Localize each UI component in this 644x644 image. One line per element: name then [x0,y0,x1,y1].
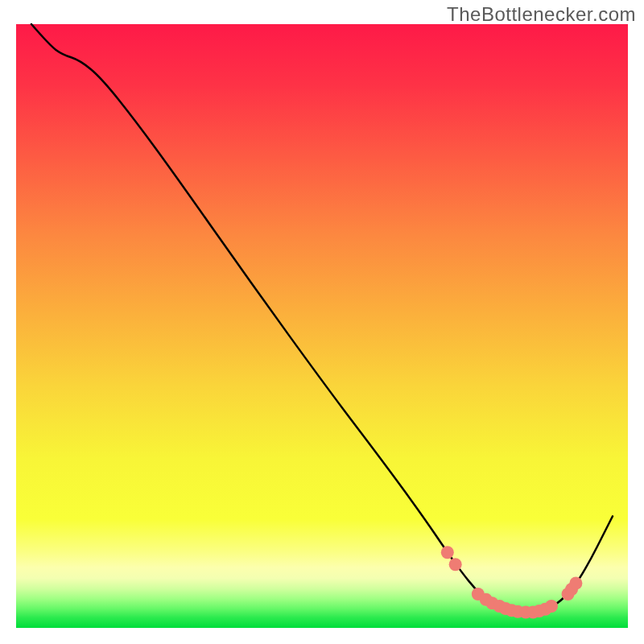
watermark-text: TheBottlenecker.com [447,3,636,26]
chart-container: TheBottlenecker.com [0,0,644,644]
bottleneck-curve-plot [0,0,644,644]
curve-marker [569,577,582,590]
curve-marker [449,558,462,571]
curve-marker [545,600,558,613]
gradient-background [16,24,628,628]
curve-marker [441,546,454,559]
